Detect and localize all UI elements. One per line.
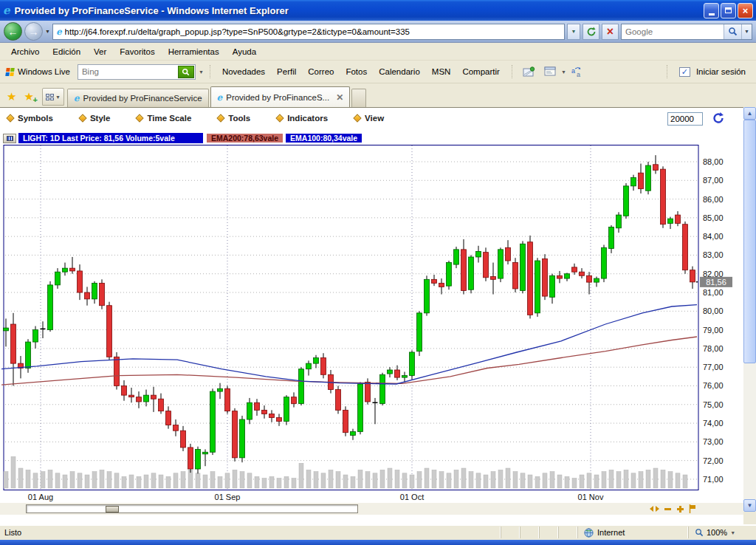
restore-button[interactable] — [721, 3, 736, 18]
chart-refresh-icon — [712, 112, 726, 125]
live-link-correo[interactable]: Correo — [302, 65, 340, 78]
add-favorite-button[interactable]: ★+ — [20, 90, 37, 107]
window-title: Provided by ProFinanceService - Windows … — [15, 5, 702, 16]
chart-menu-tools[interactable]: Tools — [218, 114, 250, 123]
legend-settings-button[interactable] — [3, 134, 16, 143]
chart-range-slider[interactable] — [26, 504, 358, 513]
live-link-compartir[interactable]: Compartir — [456, 65, 505, 78]
history-dropdown-icon[interactable]: ▼ — [45, 29, 50, 34]
candle-body-down — [506, 247, 511, 261]
bing-search-box[interactable] — [78, 64, 196, 80]
form-dropdown-icon[interactable]: ▼ — [561, 69, 566, 75]
zoom-dropdown-icon[interactable]: ▼ — [730, 530, 735, 535]
search-options-dropdown[interactable]: ▼ — [741, 24, 752, 39]
candle-body-down — [225, 388, 230, 411]
chart-refresh-button[interactable] — [712, 112, 726, 128]
translate-button[interactable]: a a — [571, 66, 584, 78]
candle-body-down — [107, 306, 112, 357]
form-fill-button[interactable] — [544, 66, 557, 77]
y-axis-label: 88,00 — [703, 157, 724, 166]
chart-menu-time-scale[interactable]: Time Scale — [137, 114, 191, 123]
windows-live-label: Windows Live — [18, 67, 70, 76]
favorites-button[interactable]: ★ — [3, 90, 20, 107]
chart-menu-symbols[interactable]: Symbols — [7, 114, 53, 123]
new-tab-stub[interactable] — [351, 89, 366, 107]
candle-body-up — [631, 177, 636, 185]
volume-bar — [114, 473, 119, 488]
y-axis-label: 72,00 — [703, 456, 724, 465]
y-axis-label: 73,00 — [703, 437, 724, 446]
candle-body-up — [63, 268, 68, 272]
candle-body-down — [78, 271, 83, 292]
tab-close-icon[interactable]: ✕ — [333, 92, 343, 103]
candle-body-up — [299, 369, 304, 404]
stop-button[interactable]: × — [602, 24, 619, 40]
zoom-out-icon[interactable] — [664, 505, 672, 513]
quick-tabs-button[interactable]: ▼ — [42, 88, 64, 106]
candle-body-down — [461, 250, 467, 291]
live-link-fotos[interactable]: Fotos — [340, 65, 373, 78]
windows-live-toolbar: Windows Live ▼ NovedadesPerfilCorreoFoto… — [0, 61, 756, 83]
back-button[interactable]: ← — [4, 22, 22, 41]
candle-body-down — [653, 165, 659, 171]
chart-menu-indicators[interactable]: Indicators — [277, 114, 328, 123]
candle-body-down — [587, 275, 592, 282]
volume-bar — [306, 470, 311, 488]
minimize-button[interactable] — [704, 3, 719, 18]
vertical-scrollbar[interactable]: ▲ ▼ — [743, 107, 756, 524]
fit-width-icon[interactable] — [650, 505, 659, 513]
tab-profinance-2-active[interactable]: e Provided by ProFinanceS... ✕ — [210, 86, 351, 107]
amount-input[interactable] — [667, 112, 703, 126]
address-url[interactable]: http://j64.forexpf.ru/delta/graph_popup.… — [65, 27, 561, 36]
flag-icon[interactable] — [689, 504, 696, 513]
live-link-msn[interactable]: MSN — [426, 65, 457, 78]
volume-bar — [469, 472, 473, 489]
candle-body-up — [668, 219, 673, 223]
close-button[interactable]: × — [738, 3, 753, 18]
candle-body-up — [55, 272, 61, 285]
bing-dropdown-icon[interactable]: ▼ — [199, 69, 204, 75]
candle-body-up — [609, 227, 614, 249]
scroll-down-button[interactable]: ▼ — [743, 499, 756, 512]
live-link-calendario[interactable]: Calendario — [373, 65, 426, 78]
forward-button[interactable]: → — [24, 22, 43, 41]
volume-bar — [668, 472, 673, 489]
x-axis-label: 01 Oct — [400, 493, 424, 501]
live-link-perfil[interactable]: Perfil — [271, 65, 302, 78]
zoom-in-icon[interactable] — [676, 505, 684, 513]
menu-item-ayuda[interactable]: Ayuda — [226, 45, 263, 58]
photo-share-button[interactable] — [523, 66, 535, 78]
search-input[interactable] — [622, 27, 724, 36]
live-link-novedades[interactable]: Novedades — [216, 65, 271, 78]
scroll-up-button[interactable]: ▲ — [743, 107, 756, 120]
candle-body-up — [314, 358, 319, 364]
chart-menu-style[interactable]: Style — [80, 114, 111, 123]
address-bar[interactable]: e http://j64.forexpf.ru/delta/graph_popu… — [52, 24, 565, 40]
menu-item-favoritos[interactable]: Favoritos — [113, 45, 161, 58]
refresh-button[interactable] — [583, 24, 599, 40]
candle-body-up — [602, 247, 607, 278]
search-box[interactable]: ▼ — [621, 24, 752, 40]
volume-bar — [513, 472, 518, 489]
volume-bar — [321, 473, 326, 488]
menu-item-edicion[interactable]: Edición — [46, 45, 87, 58]
menu-item-ver[interactable]: Ver — [87, 45, 113, 58]
scrollbar-thumb[interactable] — [743, 120, 756, 363]
chart-menu-view[interactable]: View — [354, 114, 384, 123]
menu-item-herramientas[interactable]: Herramientas — [162, 45, 226, 58]
tab-profinance-1[interactable]: e Provided by ProFinanceService — [67, 89, 209, 107]
address-dropdown-button[interactable]: ▼ — [567, 24, 580, 40]
signin-button[interactable]: Iniciar sesión — [696, 67, 746, 76]
chart-range-slider-thumb[interactable] — [106, 506, 119, 513]
search-go-button[interactable] — [724, 24, 741, 39]
zoom-pane[interactable]: 100% ▼ — [688, 527, 756, 538]
tab-label: Provided by ProFinanceS... — [226, 93, 329, 102]
candle-body-down — [151, 395, 157, 399]
candle-body-up — [351, 431, 356, 435]
volume-bar — [218, 476, 222, 488]
bing-search-button[interactable] — [178, 66, 194, 78]
toolbar-divider — [512, 65, 512, 78]
bing-search-input[interactable] — [78, 67, 178, 76]
volume-bar — [461, 468, 466, 488]
menu-item-archivo[interactable]: Archivo — [4, 45, 46, 58]
